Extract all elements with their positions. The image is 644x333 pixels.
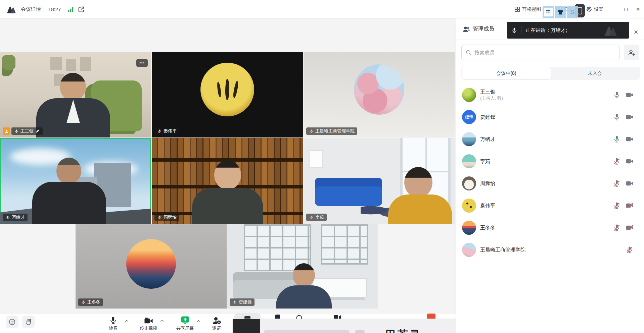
member-role: (主持人, 我) — [480, 96, 612, 101]
member-mic-button[interactable] — [612, 113, 621, 121]
mic-muted-icon — [157, 129, 162, 133]
mic-muted-icon — [613, 158, 620, 165]
video-tile[interactable]: ⋯ 王三银 — [0, 52, 151, 137]
video-tile[interactable]: 李茹 — [304, 138, 455, 224]
mic-on-icon — [613, 91, 620, 99]
member-name: 万绪才 — [480, 136, 612, 143]
member-row[interactable]: 李茹 — [456, 150, 644, 172]
member-camera-button[interactable] — [625, 92, 634, 98]
member-camera-button[interactable] — [625, 136, 634, 142]
maximize-button[interactable]: ☐ — [620, 0, 632, 18]
member-row[interactable]: 王晨曦工商管理学院 — [456, 239, 644, 261]
raise-hand-button[interactable] — [22, 316, 35, 328]
member-mic-button[interactable] — [612, 135, 621, 143]
edit-name-icon[interactable] — [35, 129, 40, 133]
member-row[interactable]: 周舜怡 — [456, 172, 644, 195]
avatar — [462, 221, 476, 235]
participant-body — [192, 188, 263, 224]
invite-button[interactable]: 邀请 — [200, 316, 233, 331]
member-mic-button[interactable] — [612, 224, 621, 231]
name-badge: 王冬冬 — [78, 298, 103, 306]
divider — [374, 319, 374, 333]
member-camera-button[interactable] — [625, 158, 634, 164]
divider — [605, 6, 605, 13]
close-window-button[interactable]: ✕ — [632, 0, 644, 18]
member-camera-button[interactable] — [625, 203, 634, 209]
member-camera-button[interactable] — [625, 225, 634, 231]
member-row[interactable]: 万绪才 — [456, 128, 644, 150]
video-tile[interactable]: 秦伟平 — [152, 52, 303, 137]
participant-name: 秦伟平 — [164, 128, 177, 134]
participant-name: 周舜怡 — [164, 214, 177, 220]
chevron-up-icon[interactable] — [125, 320, 129, 322]
participant-body — [32, 182, 106, 224]
app-logo-icon — [7, 5, 16, 14]
member-name: 王晨曦工商管理学院 — [480, 246, 612, 253]
mute-button[interactable]: 静音 — [97, 316, 129, 331]
participant-face — [293, 263, 315, 287]
name-badge: 李茹 — [306, 214, 327, 221]
tab-in-meeting[interactable]: 会议中(8) — [462, 67, 551, 79]
mic-muted-icon — [81, 300, 86, 304]
ime-toolbar: 中 S★ — [543, 6, 578, 18]
grid-view-button[interactable]: 宫格视图 — [514, 6, 546, 12]
video-tile[interactable]: 贾建锋 — [227, 224, 378, 309]
member-search[interactable] — [461, 45, 620, 60]
close-panel-button[interactable]: ✕ — [631, 27, 641, 37]
mic-muted-icon — [613, 180, 620, 187]
divider — [521, 26, 521, 34]
host-badge — [3, 127, 10, 135]
member-row[interactable]: 王三银 (主持人, 我) — [456, 84, 644, 106]
mic-on-icon — [14, 129, 19, 133]
add-member-button[interactable] — [624, 45, 639, 60]
tile-more-button[interactable]: ⋯ — [136, 59, 148, 67]
mic-muted-icon — [309, 215, 314, 220]
member-camera-button[interactable] — [625, 180, 634, 186]
overlapping-window-bar — [264, 330, 350, 333]
speaking-toast: 正在讲话：万绪才; — [507, 22, 629, 39]
stop-video-button[interactable]: 停止视频 — [132, 316, 165, 331]
chevron-up-icon[interactable] — [160, 320, 164, 322]
member-camera-button[interactable] — [625, 114, 634, 120]
mic-muted-icon — [613, 224, 620, 231]
speaking-text: 正在讲话：万绪才; — [525, 27, 567, 34]
video-tile-speaking[interactable]: 万绪才 — [0, 138, 151, 224]
watermark-logo-icon — [602, 24, 619, 37]
camera-off-icon — [626, 203, 634, 209]
avatar — [462, 243, 476, 257]
video-frame — [310, 150, 323, 168]
member-mic-button[interactable] — [612, 158, 621, 165]
avatar-artwork — [354, 64, 404, 115]
camera-on-icon — [626, 158, 634, 164]
tab-not-joined[interactable]: 未入会 — [551, 67, 639, 79]
meeting-details-button[interactable]: 会议详情 — [21, 6, 41, 12]
member-row[interactable]: 秦伟平 — [456, 195, 644, 217]
video-frame — [2, 55, 15, 79]
member-camera-button[interactable] — [625, 246, 634, 254]
ime-logo-button[interactable]: S★ — [567, 6, 578, 18]
ppt-app-icon — [427, 314, 435, 319]
video-tile[interactable]: 王晨曦工商管理学院 — [304, 52, 455, 137]
participant-face — [56, 158, 81, 184]
camera-icon — [144, 316, 153, 325]
member-mic-button[interactable] — [612, 180, 621, 187]
video-tile[interactable]: 王冬冬 — [76, 224, 227, 309]
video-tile[interactable]: 周舜怡 — [152, 138, 303, 224]
chevron-up-icon[interactable] — [197, 320, 200, 322]
share-screen-button[interactable]: 共享屏幕 — [169, 316, 201, 331]
search-input[interactable] — [474, 50, 615, 55]
member-mic-button[interactable] — [612, 91, 621, 99]
member-list: 王三银 (主持人, 我) 建锋 贾建锋 — [456, 84, 644, 261]
share-export-icon[interactable] — [78, 6, 85, 13]
camera-on-icon — [626, 92, 634, 98]
mic-icon — [109, 316, 117, 325]
minimize-button[interactable]: — — [608, 0, 620, 18]
settings-button[interactable]: 设置 — [586, 6, 604, 12]
reactions-button[interactable] — [6, 316, 18, 328]
ime-language-button[interactable]: 中 — [543, 6, 554, 18]
member-row[interactable]: 建锋 贾建锋 — [456, 106, 644, 128]
mic-on-icon — [5, 215, 10, 220]
ime-skin-icon[interactable] — [555, 6, 566, 18]
member-row[interactable]: 王冬冬 — [456, 217, 644, 239]
member-mic-button[interactable] — [612, 202, 621, 209]
